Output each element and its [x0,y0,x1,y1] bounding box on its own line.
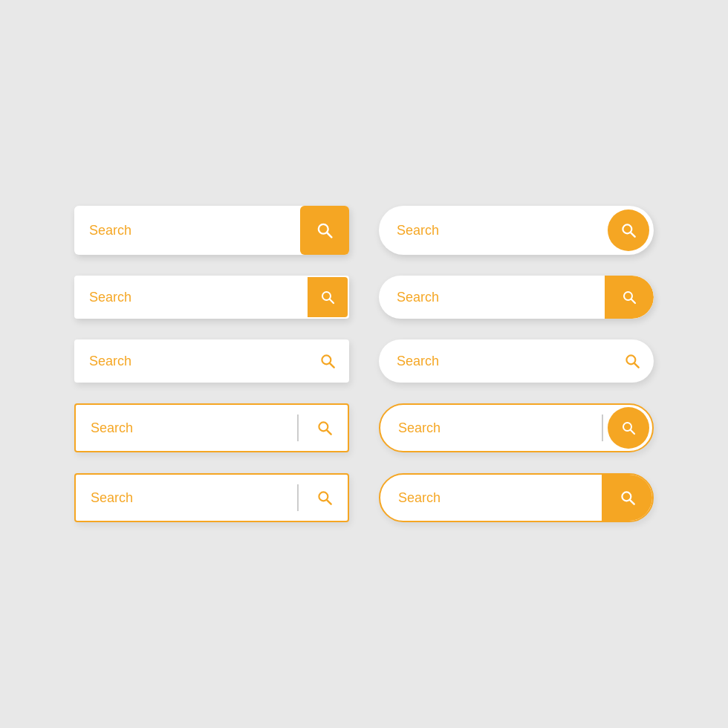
search-placeholder-2: Search [397,223,608,238]
search-button-5[interactable] [318,351,337,371]
search-icon-5 [318,351,337,371]
search-placeholder-4: Search [397,290,605,305]
search-placeholder-9: Search [91,490,294,506]
divider-9 [297,484,299,511]
search-icon-8 [620,419,637,437]
search-icon-6 [623,351,642,371]
search-bar-1: Search [74,206,349,255]
search-icon-7 [315,418,334,438]
search-icon-1 [314,220,335,241]
search-bar-6: Search [379,339,654,383]
search-icon-2 [619,221,638,240]
search-placeholder-8: Search [398,420,597,436]
divider-7 [297,415,299,441]
search-button-10[interactable] [602,473,654,522]
search-placeholder-6: Search [397,354,623,369]
svg-line-17 [327,500,331,504]
search-bar-5: Search [74,339,349,383]
search-bars-showcase: Search Search Search Search [45,176,683,552]
search-button-9[interactable] [302,475,348,521]
search-button-4[interactable] [605,276,654,319]
svg-line-1 [327,233,331,237]
search-bar-8: Search [379,403,654,452]
search-button-2[interactable] [608,209,649,251]
search-bar-7: Search [74,403,349,452]
search-icon-4 [620,288,638,306]
search-bar-3: Search [74,276,349,319]
search-button-3[interactable] [308,277,348,317]
svg-line-3 [631,233,635,237]
search-bar-9: Search [74,473,349,522]
search-button-8[interactable] [608,407,649,449]
search-button-6[interactable] [623,351,642,371]
search-button-1[interactable] [300,206,349,255]
search-placeholder-7: Search [91,420,294,436]
divider-8 [602,415,603,441]
search-button-7[interactable] [302,405,348,451]
search-placeholder-10: Search [398,490,602,506]
search-icon-3 [319,288,337,306]
search-placeholder-1: Search [89,223,300,238]
svg-line-9 [330,363,334,368]
search-bar-2: Search [379,206,654,255]
search-bar-10: Search [379,473,654,522]
search-bar-4: Search [379,276,654,319]
search-icon-10 [618,488,637,507]
svg-line-5 [330,299,334,303]
search-placeholder-5: Search [89,354,318,369]
svg-line-11 [634,363,639,368]
svg-line-19 [630,500,634,504]
search-icon-9 [315,488,334,507]
svg-line-15 [631,430,634,434]
svg-line-13 [327,430,331,435]
search-placeholder-3: Search [89,290,308,305]
svg-line-7 [631,299,635,303]
